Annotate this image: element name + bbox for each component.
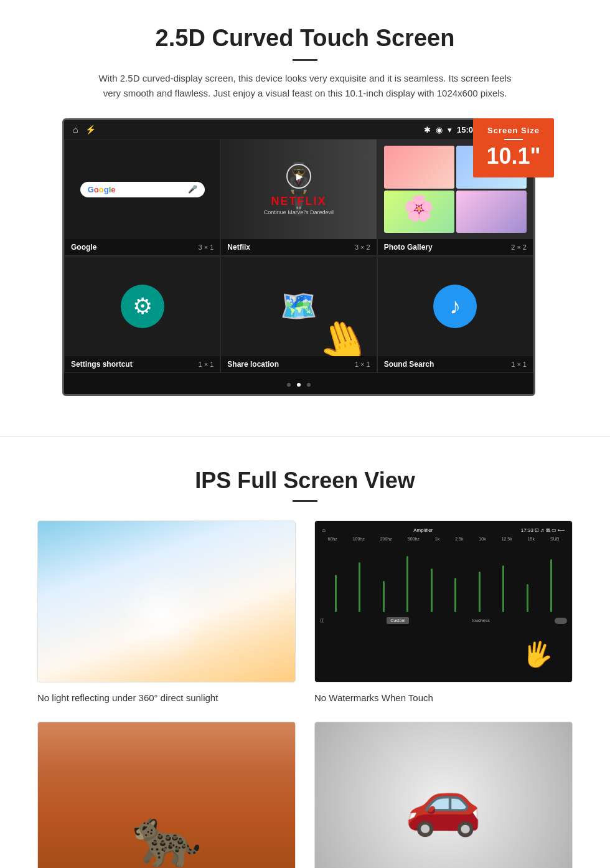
amp-track-10: [550, 559, 552, 612]
share-location-app-cell[interactable]: 🗺️ 🤚 Share location 1 × 1: [220, 256, 377, 373]
amp-slider-10[interactable]: [550, 544, 552, 612]
amplifier-screen: ⌂ Amplifier 17:33 ⊡ ♬ ⊠ ▭ ⟵ 60hz 100hz 2…: [315, 521, 572, 682]
freq-2-5k: 2.5k: [455, 537, 463, 541]
section2-title-divider: [293, 500, 317, 502]
freq-12-5k: 12.5k: [502, 537, 512, 541]
amp-back-icon: ⟨⟨: [320, 618, 324, 623]
google-cell-content: Google 🎤: [65, 139, 220, 239]
status-left-icons: ⌂ ⚡: [73, 125, 96, 134]
amp-custom-button[interactable]: Custom: [387, 617, 409, 624]
settings-cell-content: ⚙: [65, 257, 220, 356]
amp-track-1: [335, 575, 337, 612]
netflix-app-name: Netflix: [227, 243, 250, 252]
sound-search-label: Sound Search 1 × 1: [378, 356, 533, 372]
amp-bottom-bar: ⟨⟨ Custom loudness: [320, 617, 567, 624]
location-icon: ◉: [436, 125, 443, 134]
amp-slider-8[interactable]: [502, 544, 504, 612]
cheetah-visual: 🐆: [38, 722, 295, 868]
amplifier-image: ⌂ Amplifier 17:33 ⊡ ♬ ⊠ ▭ ⟵ 60hz 100hz 2…: [314, 521, 573, 682]
cheetah-silhouette: 🐆: [132, 805, 202, 868]
settings-app-name: Settings shortcut: [71, 360, 133, 369]
sunlight-caption: No light reflecting under 360° direct su…: [37, 692, 296, 703]
amp-loudness-toggle[interactable]: [555, 618, 567, 624]
amp-slider-7[interactable]: [479, 544, 481, 612]
sound-bg: ♪: [378, 257, 533, 356]
amp-freq-labels: 60hz 100hz 200hz 500hz 1k 2.5k 10k 12.5k…: [320, 537, 567, 541]
section-divider: [0, 436, 610, 436]
settings-icon-circle: ⚙: [121, 285, 164, 328]
section-ips-fullscreen: IPS Full Screen View No light reflecting…: [0, 455, 610, 868]
cheetah-image: 🐆: [37, 722, 296, 868]
amp-slider-3[interactable]: [383, 544, 385, 612]
feature-amplifier: ⌂ Amplifier 17:33 ⊡ ♬ ⊠ ▭ ⟵ 60hz 100hz 2…: [314, 521, 573, 703]
freq-200hz: 200hz: [380, 537, 392, 541]
netflix-label: Netflix 3 × 2: [221, 239, 376, 255]
section2-title: IPS Full Screen View: [37, 468, 573, 494]
home-icon: ⌂: [73, 125, 78, 134]
amp-slider-4[interactable]: [406, 544, 408, 612]
amp-statusbar: ⌂ Amplifier 17:33 ⊡ ♬ ⊠ ▭ ⟵: [320, 526, 567, 534]
amp-track-9: [527, 584, 528, 612]
title-divider: [293, 59, 317, 61]
badge-size: 10.1": [479, 145, 548, 167]
photo-gallery-label: Photo Gallery 2 × 2: [378, 239, 533, 255]
amp-track-5: [431, 568, 433, 612]
photo-thumb-4: [456, 191, 527, 234]
sound-search-app-cell[interactable]: ♪ Sound Search 1 × 1: [377, 256, 533, 373]
maps-icon: 🗺️: [280, 289, 317, 324]
amp-track-8: [502, 565, 504, 612]
amp-slider-9[interactable]: [527, 544, 528, 612]
amp-title: Amplifier: [413, 527, 433, 533]
page-dot-2-active[interactable]: [297, 383, 301, 387]
netflix-play-icon[interactable]: [286, 164, 311, 189]
freq-10k: 10k: [479, 537, 486, 541]
feature-cheetah: 🐆 Super Fast Response: [37, 722, 296, 868]
freq-100hz: 100hz: [353, 537, 365, 541]
page-dot-3[interactable]: [307, 383, 311, 387]
google-label: Google 3 × 1: [65, 239, 220, 255]
settings-app-cell[interactable]: ⚙ Settings shortcut 1 × 1: [64, 256, 220, 373]
freq-60hz: 60hz: [327, 537, 337, 541]
sound-search-app-name: Sound Search: [384, 360, 434, 369]
car-top-view-icon: 🚗: [405, 766, 482, 839]
music-icon-circle: ♪: [433, 285, 477, 328]
status-bar: ⌂ ⚡ ✱ ◉ ▾ 15:06 ⊡ ♬ ⊠ ▭: [64, 120, 533, 139]
google-bg: Google 🎤: [65, 139, 220, 239]
share-location-app-size: 1 × 1: [355, 361, 370, 368]
netflix-subtitle: Continue Marvel's Daredevil: [264, 209, 334, 215]
settings-bg: ⚙: [65, 257, 220, 356]
amp-track-6: [454, 578, 456, 612]
screen-size-badge: Screen Size 10.1": [473, 118, 554, 177]
hand-pointer-icon: 🤚: [309, 310, 376, 356]
page-dot-1[interactable]: [287, 383, 291, 387]
share-bg: 🗺️ 🤚: [221, 257, 376, 356]
section1-title: 2.5D Curved Touch Screen: [37, 25, 573, 52]
settings-gear-icon: ⚙: [133, 293, 152, 319]
section1-description: With 2.5D curved-display screen, this de…: [93, 71, 517, 101]
amp-slider-1[interactable]: [335, 544, 337, 612]
feature-sunlight: No light reflecting under 360° direct su…: [37, 521, 296, 703]
feature-grid: No light reflecting under 360° direct su…: [37, 521, 573, 868]
section-curved-touch-screen: 2.5D Curved Touch Screen With 2.5D curve…: [0, 0, 610, 417]
freq-sub: SUB: [550, 537, 559, 541]
google-app-cell[interactable]: Google 🎤 Google 3 × 1: [64, 139, 220, 256]
google-search-bar[interactable]: Google 🎤: [80, 182, 205, 197]
google-mic-icon[interactable]: 🎤: [188, 185, 197, 194]
photo-gallery-app-size: 2 × 2: [511, 243, 527, 251]
settings-label: Settings shortcut 1 × 1: [65, 356, 220, 372]
google-app-size: 3 × 1: [199, 243, 214, 251]
amp-slider-6[interactable]: [454, 544, 456, 612]
wifi-icon: ▾: [448, 125, 452, 134]
amp-track-7: [479, 572, 481, 612]
google-logo: Google: [88, 185, 116, 194]
netflix-app-cell[interactable]: NETFLIX Continue Marvel's Daredevil Netf…: [220, 139, 377, 256]
freq-1k: 1k: [435, 537, 439, 541]
amplifier-caption: No Watermarks When Touch: [314, 692, 573, 703]
freq-15k: 15k: [528, 537, 535, 541]
badge-divider: [504, 139, 523, 140]
amp-home-icon: ⌂: [322, 527, 326, 533]
amp-slider-2[interactable]: [359, 544, 360, 612]
sunlight-image: [37, 521, 296, 682]
amp-slider-5[interactable]: [431, 544, 433, 612]
netflix-cell-content: NETFLIX Continue Marvel's Daredevil: [221, 139, 376, 239]
